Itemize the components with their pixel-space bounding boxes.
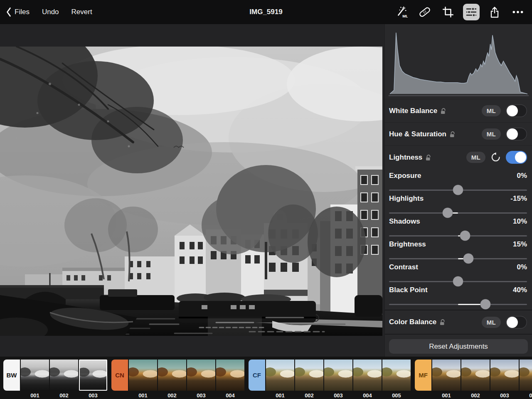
hue-saturation-ml-button[interactable]: ML [482,128,501,140]
lightness-ml-button[interactable]: ML [466,152,485,163]
slider-label: Shadows [389,217,420,226]
lightness-label: Lightness [389,153,422,162]
slider-knob[interactable] [480,299,490,309]
filter-thumb-label: 001 [138,392,148,399]
filter-thumb-mf-002[interactable] [461,360,490,391]
brightness-slider[interactable] [389,254,527,264]
undo-button[interactable]: Undo [42,8,59,16]
slider-knob[interactable] [453,276,463,286]
luminance-histogram [388,27,529,97]
adjustment-row-color-balance: Color Balance ML [385,310,532,334]
ml-enhance-button[interactable]: ML [393,4,410,20]
filter-thumb-cn-004[interactable] [216,360,244,391]
slider-black-point: Black Point40% [385,283,532,306]
filter-thumb-mf-003[interactable] [490,360,519,391]
share-button[interactable] [486,4,503,20]
crop-button[interactable] [440,4,456,20]
adjustments-sliders-icon [463,4,479,20]
slider-value: 40% [513,286,527,294]
filter-thumb-label: 004 [363,392,372,399]
adjustments-button[interactable] [463,4,480,20]
filter-thumb-cn-003[interactable] [187,360,215,391]
filter-group-bw: BW001002003 [3,360,107,399]
filter-thumb-cf-004[interactable] [353,360,382,391]
filter-thumb-mf-001[interactable] [432,360,461,391]
slider-knob[interactable] [443,208,453,218]
white-balance-toggle[interactable] [506,104,527,117]
back-chevron-icon [6,6,12,18]
filter-thumb-bw-002[interactable] [50,360,78,391]
filter-thumb-cn-001[interactable] [129,360,157,391]
slider-knob[interactable] [453,185,463,195]
contrast-slider[interactable] [389,276,527,286]
slider-value: 0% [517,263,527,271]
reset-adjustments-button[interactable]: Reset Adjustments [389,339,528,354]
filter-thumb-label: 001 [30,392,39,399]
slider-knob[interactable] [463,254,473,264]
filter-thumb-label: 004 [226,392,235,399]
histogram-container [385,24,532,99]
filter-tag-cf[interactable]: CF [249,360,265,391]
slider-shadows: Shadows10% [385,214,532,237]
white-balance-ml-button[interactable]: ML [482,105,501,116]
filter-thumb-cf-001[interactable] [266,360,294,391]
color-balance-label: Color Balance [389,318,436,326]
slider-exposure: Exposure0% [385,169,532,192]
filter-thumb-bw-001[interactable] [21,360,49,391]
exposure-slider[interactable] [389,185,527,195]
lightness-toggle[interactable] [506,151,527,164]
filter-tag-mf[interactable]: MF [415,360,431,391]
filter-thumb-label: 001 [276,392,285,399]
filter-thumb-cn-002[interactable] [158,360,186,391]
shadows-slider[interactable] [389,231,527,241]
filter-thumb-cf-005[interactable] [382,360,411,391]
unlock-icon[interactable] [449,131,456,138]
slider-value: 10% [513,217,527,226]
filter-thumb-bw-003[interactable] [79,360,107,391]
slider-label: Brightness [389,240,426,249]
slider-label: Contrast [389,263,418,271]
filter-filmstrip: BW001002003CN001002003004CF0010020030040… [0,357,532,399]
ellipsis-icon [512,6,524,18]
color-balance-toggle[interactable] [506,316,527,329]
adjustment-row-hue-saturation: Hue & Saturation ML [385,122,532,145]
slider-contrast: Contrast0% [385,260,532,283]
unlock-icon[interactable] [425,154,431,161]
back-to-files-button[interactable]: Files [6,6,30,18]
filter-thumb-label: 003 [197,392,206,399]
photo-canvas[interactable] [0,24,384,357]
slider-label: Highlights [389,195,424,203]
filter-thumb-label: 004 [529,392,532,399]
top-toolbar: Files Undo Revert IMG_5919 ML [0,0,532,24]
ml-wand-icon: ML [395,6,408,18]
black-point-slider[interactable] [389,299,527,309]
filter-thumb-label: 005 [392,392,401,399]
revert-button[interactable]: Revert [71,8,92,16]
filter-thumb-label: 002 [471,392,480,399]
more-button[interactable] [510,4,526,20]
slider-knob[interactable] [460,231,470,241]
unlock-icon[interactable] [439,319,446,325]
filter-thumb-cf-002[interactable] [295,360,323,391]
slider-value: -15% [510,195,527,203]
bandaid-icon [419,6,431,18]
hue-saturation-toggle[interactable] [506,128,527,140]
crop-icon [442,6,454,18]
document-title: IMG_5919 [249,8,282,16]
adjustment-row-lightness: Lightness ML [385,145,532,169]
filter-thumb-label: 002 [305,392,314,399]
filter-tag-bw[interactable]: BW [3,360,20,391]
hue-saturation-label: Hue & Saturation [389,130,446,138]
filter-thumb-label: 003 [500,392,509,399]
filter-group-cf: CF001002003004005 [249,360,411,399]
lightness-reset-button[interactable] [490,152,501,163]
filter-group-mf: MF001002003004 [415,360,532,399]
color-balance-ml-button[interactable]: ML [482,317,501,328]
svg-text:ML: ML [402,14,408,18]
unlock-icon[interactable] [440,108,446,114]
filter-thumb-mf-004[interactable] [520,360,532,391]
highlights-slider[interactable] [389,208,527,218]
repair-button[interactable] [416,4,433,20]
filter-thumb-cf-003[interactable] [324,360,352,391]
filter-tag-cn[interactable]: CN [111,360,128,391]
